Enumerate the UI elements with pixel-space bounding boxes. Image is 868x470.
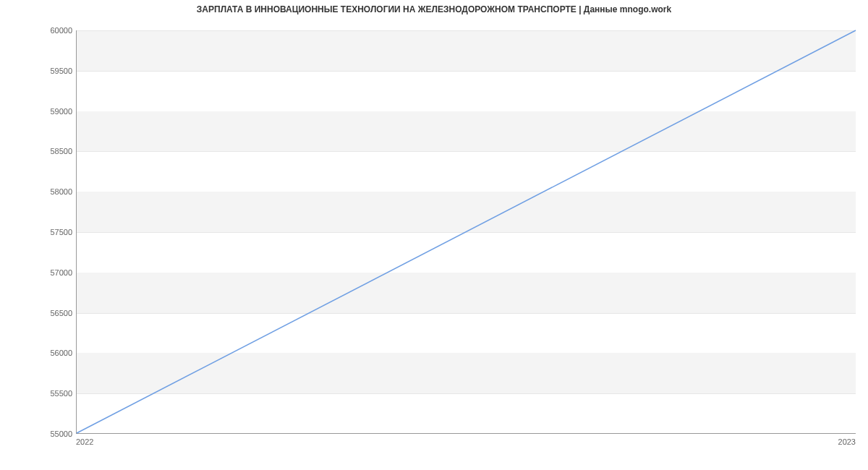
y-tick-label: 60000 xyxy=(29,26,72,35)
x-tick-label: 2022 xyxy=(76,437,93,446)
chart-container: ЗАРПЛАТА В ИННОВАЦИОННЫЕ ТЕХНОЛОГИИ НА Ж… xyxy=(0,0,868,470)
x-tick-label: 2023 xyxy=(838,437,856,446)
y-tick-label: 57500 xyxy=(29,228,72,236)
series-line xyxy=(77,30,856,433)
y-tick-label: 57000 xyxy=(29,268,72,277)
y-tick-label: 58000 xyxy=(29,187,72,196)
y-tick-label: 55000 xyxy=(29,430,72,438)
data-line xyxy=(77,30,856,433)
chart-title: ЗАРПЛАТА В ИННОВАЦИОННЫЕ ТЕХНОЛОГИИ НА Ж… xyxy=(0,4,868,14)
y-tick-label: 58500 xyxy=(29,147,72,155)
y-tick-label: 56500 xyxy=(29,309,72,317)
y-tick-label: 56000 xyxy=(29,349,72,357)
y-tick-label: 59500 xyxy=(29,67,72,75)
plot-area xyxy=(76,30,856,434)
y-tick-label: 55500 xyxy=(29,389,72,398)
y-tick-label: 59000 xyxy=(29,107,72,116)
